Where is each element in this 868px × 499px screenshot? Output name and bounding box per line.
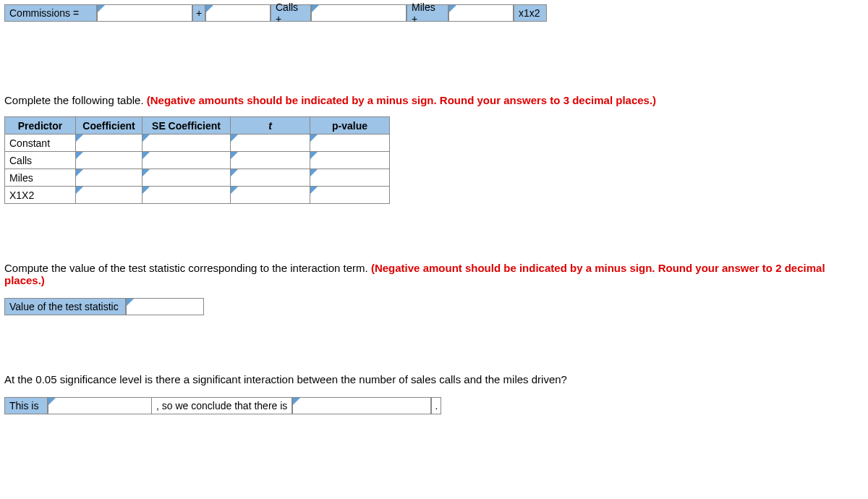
conclusion-row: This is , so we conclude that there is .: [4, 397, 864, 414]
significance-prompt: At the 0.05 significance level is there …: [4, 373, 864, 385]
x1x2-se-input[interactable]: [142, 187, 231, 204]
x1x2-coef-input[interactable]: [76, 187, 142, 204]
table-prompt: Complete the following table. (Negative …: [4, 94, 864, 106]
header-p: p-value: [310, 117, 390, 135]
table-row: Calls: [5, 152, 390, 169]
test-stat-section: Compute the value of the test statistic …: [4, 262, 864, 315]
conclusion-input[interactable]: [292, 397, 431, 414]
value-input[interactable]: [126, 298, 204, 315]
header-coefficient: Coefficient: [76, 117, 142, 135]
plus-label-1: +: [192, 4, 205, 22]
this-is-label: This is: [4, 397, 48, 414]
calls-p-input[interactable]: [310, 152, 390, 169]
table-prompt-red: (Negative amounts should be indicated by…: [147, 94, 656, 106]
miles-se-input[interactable]: [142, 169, 231, 187]
period-label: .: [431, 397, 441, 414]
miles-t-input[interactable]: [231, 169, 310, 187]
row-calls-label: Calls: [5, 152, 76, 169]
so-we-label: , so we conclude that there is: [152, 397, 292, 414]
row-miles-label: Miles: [5, 169, 76, 187]
calls-coef-input[interactable]: [76, 152, 142, 169]
table-row: X1X2: [5, 187, 390, 204]
equation-row: Commissions = + Calls + Miles + x1x2: [4, 4, 864, 22]
header-se: SE Coefficient: [142, 117, 231, 135]
table-section: Complete the following table. (Negative …: [4, 94, 864, 204]
value-label: Value of the test statistic: [4, 298, 126, 315]
header-t: t: [231, 117, 310, 135]
value-row: Value of the test statistic: [4, 298, 864, 315]
x1x2-t-input[interactable]: [231, 187, 310, 204]
calls-t-input[interactable]: [231, 152, 310, 169]
row-x1x2-label: X1X2: [5, 187, 76, 204]
calls-plus-label: Calls +: [271, 4, 311, 22]
significance-section: At the 0.05 significance level is there …: [4, 373, 864, 414]
test-stat-prompt: Compute the value of the test statistic …: [4, 262, 864, 286]
equation-intercept-input[interactable]: [97, 4, 192, 22]
constant-t-input[interactable]: [231, 135, 310, 152]
table-row: Miles: [5, 169, 390, 187]
constant-p-input[interactable]: [310, 135, 390, 152]
miles-coef-input[interactable]: [76, 169, 142, 187]
table-prompt-lead: Complete the following table.: [4, 94, 147, 106]
row-constant-label: Constant: [5, 135, 76, 152]
equation-x1x2-coef-input[interactable]: [448, 4, 514, 22]
commissions-label: Commissions =: [4, 4, 97, 22]
constant-coef-input[interactable]: [76, 135, 142, 152]
equation-miles-coef-input[interactable]: [311, 4, 407, 22]
this-is-input[interactable]: [48, 397, 152, 414]
x1x2-p-input[interactable]: [310, 187, 390, 204]
miles-p-input[interactable]: [310, 169, 390, 187]
table-header-row: Predictor Coefficient SE Coefficient t p…: [5, 117, 390, 135]
predictor-table: Predictor Coefficient SE Coefficient t p…: [4, 116, 390, 204]
calls-se-input[interactable]: [142, 152, 231, 169]
miles-plus-label: Miles +: [407, 4, 448, 22]
test-stat-lead: Compute the value of the test statistic …: [4, 262, 371, 274]
x1x2-label: x1x2: [514, 4, 547, 22]
equation-calls-coef-input[interactable]: [205, 4, 271, 22]
header-predictor: Predictor: [5, 117, 76, 135]
constant-se-input[interactable]: [142, 135, 231, 152]
table-row: Constant: [5, 135, 390, 152]
